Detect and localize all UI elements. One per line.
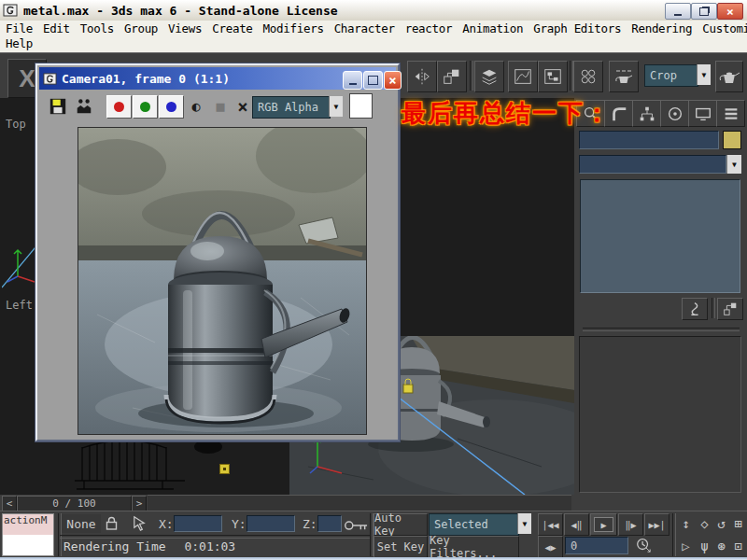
minimize-button[interactable] <box>665 3 691 20</box>
time-slider-next-button[interactable]: > <box>132 496 147 511</box>
render-type-dropdown-arrow[interactable]: ▼ <box>697 64 711 85</box>
menu-item-edit[interactable]: Edit <box>43 21 70 35</box>
grid-snap-key[interactable] <box>344 519 369 533</box>
menu-item-create[interactable]: Create <box>212 21 252 35</box>
motion-icon <box>666 105 684 123</box>
rendered-frame-titlebar[interactable]: Camera01, frame 0 (1:1) × <box>39 67 396 90</box>
scene-object-silhouette <box>194 440 222 454</box>
key-filter-dropdown[interactable]: Selected <box>429 513 519 536</box>
object-color-swatch[interactable] <box>723 131 741 149</box>
current-frame-field[interactable]: 0 <box>565 537 628 554</box>
clone-window-button[interactable] <box>73 95 95 117</box>
close-button[interactable]: × <box>717 3 743 20</box>
light-object-icon[interactable] <box>219 464 230 474</box>
goto-end-button[interactable]: ▶▶| <box>644 513 669 536</box>
clear-button[interactable]: × <box>232 95 254 117</box>
mirror-button[interactable] <box>407 61 437 92</box>
schematic-view-button[interactable] <box>538 61 568 92</box>
tab-utilities[interactable] <box>716 100 745 127</box>
time-slider-handle[interactable]: 0 / 100 <box>17 496 132 511</box>
transform-mode-indicator[interactable] <box>131 514 148 532</box>
key-mode-toggle-button[interactable]: ◀▶ <box>538 536 563 558</box>
auto-key-button[interactable]: Auto Key <box>374 513 428 536</box>
tab-modify[interactable] <box>604 100 633 127</box>
render-type-dropdown[interactable]: Crop <box>644 64 698 87</box>
modifier-list-dropdown[interactable] <box>579 155 726 174</box>
vfb-minimize-button[interactable] <box>343 71 362 90</box>
menu-item-animation[interactable]: Animation <box>462 21 523 35</box>
menu-item-file[interactable]: File <box>6 21 33 35</box>
modifier-stack-list[interactable] <box>580 179 740 293</box>
time-slider-row: < 0 / 100 > <box>0 495 747 511</box>
maxscript-mini-listener[interactable]: actionM <box>2 513 54 556</box>
field-of-view-button[interactable]: ▷ <box>676 537 696 555</box>
modifier-list-dropdown-arrow[interactable]: ▼ <box>726 155 741 174</box>
menu-item-tools[interactable]: Tools <box>80 21 114 35</box>
time-configuration-button[interactable] <box>635 537 652 553</box>
zoom-button[interactable]: ↕ <box>676 514 696 533</box>
play-button[interactable]: ▶ <box>590 513 617 536</box>
rendered-frame-window[interactable]: Camera01, frame 0 (1:1) × ◐ ■ × RGB Alph… <box>35 63 400 441</box>
material-editor-button[interactable] <box>573 61 603 92</box>
viewport-label-left[interactable]: Left <box>6 299 33 312</box>
pin-stack-button[interactable] <box>682 298 708 320</box>
object-name-field[interactable] <box>579 131 719 149</box>
background-color-swatch[interactable] <box>349 93 373 119</box>
vfb-close-button[interactable]: × <box>384 71 402 90</box>
track-bar[interactable] <box>148 495 571 511</box>
green-channel-button[interactable] <box>133 95 158 119</box>
goto-start-button[interactable]: |◀◀ <box>538 513 563 536</box>
alpha-channel-button[interactable]: ■ <box>209 95 232 117</box>
restore-button[interactable] <box>691 3 717 20</box>
tab-hierarchy[interactable] <box>632 100 661 127</box>
z-coord-field[interactable] <box>317 515 342 532</box>
vfb-maximize-button[interactable] <box>363 71 383 90</box>
set-key-button[interactable]: Set Key <box>374 536 428 558</box>
channel-display-dropdown[interactable]: RGB Alpha <box>252 96 331 119</box>
menu-item-help[interactable]: Help <box>6 36 33 50</box>
quick-render-button[interactable] <box>715 61 743 92</box>
next-frame-button[interactable]: ‖▶ <box>618 513 643 536</box>
rollout-area[interactable] <box>579 336 741 493</box>
menu-item-reactor[interactable]: reactor <box>405 21 453 35</box>
rendered-frame-icon <box>43 72 57 86</box>
save-bitmap-button[interactable] <box>47 95 69 117</box>
channel-dropdown-arrow[interactable]: ▼ <box>329 96 343 117</box>
named-selection-sets[interactable]: None <box>62 514 101 533</box>
menu-item-character[interactable]: Character <box>334 21 395 35</box>
time-slider-prev-button[interactable]: < <box>2 496 17 511</box>
display-icon <box>694 105 712 123</box>
menu-item-views[interactable]: Views <box>168 21 202 35</box>
listener-script-line[interactable] <box>3 535 53 555</box>
x-coord-field[interactable] <box>174 515 222 532</box>
menubar: File Edit Tools Group Views Create Modif… <box>0 21 747 53</box>
render-scene-button[interactable] <box>609 61 639 92</box>
listener-macro-line[interactable]: actionM <box>3 514 53 535</box>
zoom-region-button[interactable]: ⊞ <box>728 514 747 533</box>
selection-lock-toggle[interactable] <box>105 515 119 531</box>
show-end-result-button[interactable] <box>717 298 743 320</box>
y-coord-field[interactable] <box>247 515 295 532</box>
align-button[interactable] <box>437 61 467 92</box>
menu-item-rendering[interactable]: Rendering <box>631 21 692 35</box>
window-titlebar: metal.max - 3ds max 6 - Stand-alone Lice… <box>0 0 747 21</box>
monochrome-button[interactable]: ◐ <box>185 95 207 117</box>
viewport-label-top[interactable]: Top <box>6 118 26 131</box>
blue-channel-button[interactable] <box>159 95 184 119</box>
tab-motion[interactable] <box>660 100 689 127</box>
menu-item-modifiers[interactable]: Modifiers <box>263 21 324 35</box>
menu-item-customize[interactable]: Customize <box>702 21 747 35</box>
prev-frame-button[interactable]: ◀‖ <box>564 513 589 536</box>
minmax-toggle-button[interactable]: ⊡ <box>728 537 747 555</box>
menu-item-graph-editors[interactable]: Graph Editors <box>533 21 621 35</box>
red-channel-button[interactable] <box>106 95 132 119</box>
layers-icon <box>479 66 500 87</box>
key-filter-dropdown-arrow[interactable]: ▼ <box>517 513 531 534</box>
tab-create[interactable] <box>576 100 605 127</box>
tab-display[interactable] <box>688 100 717 127</box>
menu-item-group[interactable]: Group <box>124 21 158 35</box>
key-filters-button[interactable]: Key Filters... <box>429 536 519 558</box>
layer-manager-button[interactable] <box>474 61 504 92</box>
curve-editor-button[interactable] <box>508 61 538 92</box>
status-bar: actionM None X: Y: Z: Rendering Time 0:0… <box>0 511 747 558</box>
